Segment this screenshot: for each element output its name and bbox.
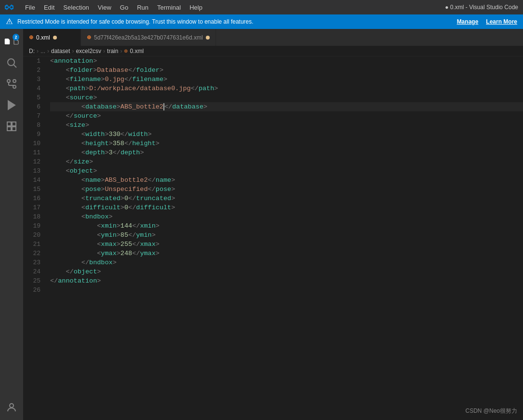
line-number-19: 19 <box>23 221 40 230</box>
menu-view[interactable]: View <box>94 3 115 12</box>
vscode-logo-icon <box>5 3 13 12</box>
code-line-16: <truncated>0</truncated> <box>50 194 523 203</box>
line-number-16: 16 <box>23 194 40 203</box>
code-line-20: <ymin>85</ymin> <box>50 230 523 240</box>
line-number-24: 24 <box>23 267 40 276</box>
breadcrumb-sep5: › <box>120 48 122 54</box>
banner-message: Restricted Mode is intended for safe cod… <box>17 18 449 25</box>
line-number-20: 20 <box>23 230 40 240</box>
menu-go[interactable]: Go <box>116 3 132 12</box>
line-number-11: 11 <box>23 148 40 157</box>
code-line-10: <height>358</height> <box>50 139 523 148</box>
tab-5d77[interactable]: ⊕ 5d77f426ea2b5a13e427b0747631e6d.xml <box>81 29 216 46</box>
files-icon[interactable]: 2 <box>3 33 20 50</box>
menu-terminal[interactable]: Terminal <box>153 3 185 12</box>
line-number-10: 10 <box>23 139 40 148</box>
tab-label-5d77: 5d77f426ea2b5a13e427b0747631e6d.xml <box>94 34 203 41</box>
activity-bar: 2 <box>0 29 23 420</box>
extensions-icon[interactable] <box>3 118 20 135</box>
menu-help[interactable]: Help <box>186 3 206 12</box>
line-number-23: 23 <box>23 258 40 267</box>
code-line-21: <xmax>255</xmax> <box>50 240 523 249</box>
breadcrumb-sep3: › <box>72 48 74 54</box>
files-badge: 2 <box>13 34 19 41</box>
tab-modified-dot2 <box>206 36 210 40</box>
line-number-12: 12 <box>23 157 40 166</box>
code-line-18: <bndbox> <box>50 212 523 221</box>
menu-run[interactable]: Run <box>133 3 152 12</box>
code-line-1: <annotation> <box>50 56 523 66</box>
code-line-23: </bndbox> <box>50 258 523 267</box>
rss-icon-tab2: ⊕ <box>87 34 91 41</box>
window-title: ● 0.xml - Visual Studio Code <box>445 4 518 11</box>
line-number-22: 22 <box>23 249 40 258</box>
line-number-17: 17 <box>23 203 40 212</box>
menu-file[interactable]: File <box>21 3 39 12</box>
warning-icon <box>6 17 13 27</box>
breadcrumb-0xml: 0.xml <box>130 48 144 54</box>
code-line-6: <database>ABS_bottle2</database> <box>50 102 523 111</box>
accounts-icon[interactable] <box>3 399 20 416</box>
line-number-18: 18 <box>23 212 40 221</box>
tab-modified-dot <box>53 36 57 40</box>
code-line-12: </size> <box>50 157 523 166</box>
breadcrumb-xml-icon: ⊕ <box>124 48 128 54</box>
line-number-13: 13 <box>23 166 40 176</box>
svg-point-0 <box>8 59 14 66</box>
breadcrumb-dataset: dataset <box>51 48 70 54</box>
code-line-11: <depth>3</depth> <box>50 148 523 157</box>
search-icon[interactable] <box>3 54 20 71</box>
breadcrumb-train: train <box>107 48 118 54</box>
manage-link[interactable]: Manage <box>457 18 479 25</box>
svg-rect-10 <box>7 127 11 131</box>
line-number-3: 3 <box>23 75 40 84</box>
breadcrumb-sep4: › <box>103 48 105 54</box>
svg-point-12 <box>10 404 13 407</box>
learn-more-link[interactable]: Learn More <box>486 18 517 25</box>
code-line-15: <pose>Unspecified</pose> <box>50 185 523 194</box>
svg-point-2 <box>7 80 10 82</box>
code-line-2: <folder>Database</folder> <box>50 66 523 75</box>
run-debug-icon[interactable] <box>3 96 20 114</box>
code-content[interactable]: <annotation> <folder>Database</folder> <… <box>46 56 523 420</box>
code-line-4: <path>D:/workplace/database0.jpg</path> <box>50 84 523 93</box>
code-line-13: <object> <box>50 166 523 176</box>
main-layout: 2 <box>0 29 523 420</box>
svg-rect-11 <box>12 127 16 131</box>
code-line-24: </object> <box>50 267 523 276</box>
tab-label-0xml: 0.xml <box>36 34 50 41</box>
menu-edit[interactable]: Edit <box>40 3 58 12</box>
svg-rect-9 <box>12 122 16 126</box>
breadcrumb-excel2csv: excel2csv <box>76 48 101 54</box>
line-number-7: 7 <box>23 111 40 121</box>
breadcrumb-sep2: › <box>47 48 49 54</box>
breadcrumb-ellipsis: ... <box>40 48 45 54</box>
code-line-17: <difficult>0</difficult> <box>50 203 523 212</box>
line-number-2: 2 <box>23 66 40 75</box>
line-number-6: 6 <box>23 102 40 111</box>
code-editor[interactable]: 1234567891011121314151617181920212223242… <box>23 56 523 420</box>
breadcrumb-sep1: › <box>37 48 39 54</box>
line-number-9: 9 <box>23 130 40 139</box>
title-bar: File Edit Selection View Go Run Terminal… <box>0 0 523 14</box>
line-number-14: 14 <box>23 176 40 185</box>
breadcrumb-d: D: <box>29 48 35 54</box>
svg-point-4 <box>13 80 16 82</box>
code-line-22: <ymax>248</ymax> <box>50 249 523 258</box>
line-number-8: 8 <box>23 121 40 130</box>
line-numbers: 1234567891011121314151617181920212223242… <box>23 56 46 420</box>
menu-bar[interactable]: File Edit Selection View Go Run Terminal… <box>21 3 206 12</box>
line-number-4: 4 <box>23 84 40 93</box>
rss-icon-tab1: ⊕ <box>29 34 33 41</box>
breadcrumb: D: › ... › dataset › excel2csv › train ›… <box>23 46 523 56</box>
menu-selection[interactable]: Selection <box>59 3 93 12</box>
code-line-3: <filename>0.jpg</filename> <box>50 75 523 84</box>
code-line-9: <width>330</width> <box>50 130 523 139</box>
line-number-15: 15 <box>23 185 40 194</box>
tab-0xml[interactable]: ⊕ 0.xml <box>23 29 81 46</box>
line-number-26: 26 <box>23 285 40 295</box>
restricted-mode-banner: Restricted Mode is intended for safe cod… <box>0 14 523 29</box>
watermark: CSDN @Neo很努力 <box>465 407 517 415</box>
code-line-14: <name>ABS_bottle2</name> <box>50 176 523 185</box>
source-control-icon[interactable] <box>3 75 20 93</box>
